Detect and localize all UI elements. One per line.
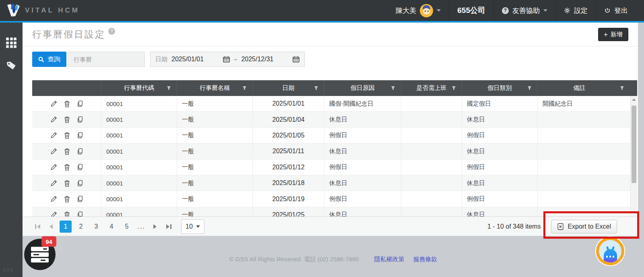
- settings-menu[interactable]: 設定: [555, 0, 596, 21]
- column-label: 假日原因: [351, 84, 375, 92]
- sidebar-item-records[interactable]: [0, 77, 23, 99]
- edit-row-button[interactable]: [50, 211, 58, 217]
- copy-icon: [76, 163, 84, 171]
- delete-row-button[interactable]: [64, 195, 70, 203]
- date-to-value[interactable]: 2025/12/31: [241, 56, 273, 63]
- delete-row-button[interactable]: [64, 100, 70, 108]
- delete-row-button[interactable]: [64, 116, 70, 123]
- stacked-list-icon: [31, 247, 49, 251]
- edit-row-button[interactable]: [50, 100, 58, 108]
- terms-of-service-link[interactable]: 服務條款: [413, 256, 438, 263]
- copy-icon: [76, 179, 84, 187]
- date-from-calendar-button[interactable]: [223, 56, 230, 62]
- page-number-5[interactable]: 5: [121, 221, 133, 233]
- copy-row-button[interactable]: [76, 116, 84, 123]
- page-number-1[interactable]: 1: [60, 221, 72, 233]
- vital-hcm-logo-icon: [5, 4, 21, 17]
- brand[interactable]: VITAL HCM: [0, 4, 80, 17]
- delete-row-button[interactable]: [64, 163, 70, 171]
- gear-icon: [564, 7, 570, 14]
- cell-code: 00001: [101, 112, 177, 127]
- export-to-excel-button[interactable]: Export to Excel: [551, 220, 617, 233]
- cell-date: 2025/01/25: [253, 207, 324, 217]
- friendly-help-menu[interactable]: ? 友善協助: [493, 0, 555, 21]
- page-number-3[interactable]: 3: [90, 221, 102, 233]
- edit-row-button[interactable]: [50, 116, 58, 123]
- table-header-col-3[interactable]: 假日原因: [324, 80, 401, 96]
- copy-row-button[interactable]: [76, 211, 84, 217]
- delete-row-button[interactable]: [64, 211, 70, 217]
- table-header-col-2[interactable]: 日期: [253, 80, 324, 96]
- table-row: 00001一般2025/01/12例假日例假日: [32, 160, 637, 175]
- copy-row-button[interactable]: [76, 163, 84, 171]
- add-button[interactable]: + 新增: [598, 28, 628, 41]
- scrollbar-up-arrow-icon[interactable]: [631, 96, 637, 103]
- cell-date: 2025/01/12: [253, 160, 324, 175]
- cell-reason: 例假日: [324, 128, 401, 143]
- user-menu[interactable]: 陳大美: [388, 0, 449, 21]
- date-to-calendar-button[interactable]: [293, 56, 299, 62]
- delete-row-button[interactable]: [64, 131, 70, 139]
- logout-menu[interactable]: 登出: [596, 0, 636, 21]
- edit-row-button[interactable]: [50, 195, 58, 203]
- filter-funnel-icon[interactable]: [167, 86, 171, 90]
- prev-page-button[interactable]: [46, 221, 56, 232]
- page-size-value: 10: [186, 223, 193, 230]
- table-header-col-1[interactable]: 行事曆名稱: [177, 80, 253, 96]
- copy-row-button[interactable]: [76, 148, 84, 155]
- filter-funnel-icon[interactable]: [314, 86, 318, 90]
- filter-funnel-icon[interactable]: [620, 86, 624, 90]
- last-page-button[interactable]: [163, 221, 174, 232]
- privacy-policy-link[interactable]: 隱私權政策: [374, 256, 405, 263]
- copy-row-button[interactable]: [76, 131, 84, 139]
- copy-row-button[interactable]: [76, 195, 84, 203]
- filter-funnel-icon[interactable]: [452, 86, 456, 90]
- delete-row-button[interactable]: [64, 179, 70, 187]
- left-sidebar: GSS: [0, 23, 23, 277]
- filter-funnel-icon[interactable]: [527, 86, 532, 90]
- edit-row-button[interactable]: [50, 131, 58, 139]
- page-help-icon[interactable]: ?: [108, 28, 115, 35]
- add-button-label: 新增: [611, 31, 623, 38]
- row-actions-cell: [32, 207, 101, 217]
- copy-icon: [76, 148, 84, 155]
- page-number-2[interactable]: 2: [75, 221, 87, 233]
- row-actions-cell: [32, 112, 101, 127]
- scrollbar-thumb[interactable]: [632, 106, 636, 183]
- table-header-col-6[interactable]: 備註: [538, 80, 637, 96]
- company-menu[interactable]: 655公司: [449, 0, 493, 21]
- page-size-select[interactable]: 10: [181, 219, 204, 234]
- search-button[interactable]: 查詢: [32, 52, 66, 67]
- company-name: 655公司: [457, 5, 485, 16]
- filter-funnel-icon[interactable]: [391, 86, 395, 90]
- trash-icon: [64, 211, 70, 217]
- table-header-col-0[interactable]: 行事曆代碼: [101, 80, 177, 96]
- topbar-menu: 陳大美 655公司 ? 友善協助 設定 登出: [388, 0, 644, 21]
- cell-date: 2025/01/19: [253, 191, 324, 206]
- delete-row-button[interactable]: [64, 148, 70, 155]
- table-header-col-5[interactable]: 假日類別: [462, 80, 538, 96]
- table-scrollbar[interactable]: [630, 96, 637, 217]
- first-page-button[interactable]: [32, 221, 43, 232]
- edit-row-button[interactable]: [50, 148, 58, 155]
- sidebar-item-apps[interactable]: [0, 31, 23, 54]
- chatbot-fab[interactable]: [595, 236, 625, 266]
- friendly-help-label: 友善協助: [512, 6, 540, 15]
- calendar-keyword-input[interactable]: [68, 52, 145, 67]
- next-page-button[interactable]: [150, 221, 160, 232]
- excel-file-icon: [557, 223, 564, 230]
- table-header-col-4[interactable]: 是否需上班: [401, 80, 462, 96]
- cell-need_work: [401, 207, 462, 217]
- filter-funnel-icon[interactable]: [242, 86, 247, 90]
- edit-row-button[interactable]: [50, 163, 58, 171]
- copy-row-button[interactable]: [76, 179, 84, 187]
- table-row: 00001一般2025/01/18休息日休息日: [32, 175, 637, 191]
- calendar-icon: [293, 56, 299, 62]
- date-from-value[interactable]: 2025/01/01: [171, 56, 204, 63]
- copy-row-button[interactable]: [76, 100, 84, 108]
- page-number-4[interactable]: 4: [105, 221, 118, 233]
- sidebar-item-tags[interactable]: [0, 54, 23, 77]
- pencil-icon: [50, 116, 58, 123]
- edit-row-button[interactable]: [50, 179, 58, 187]
- cell-note: [538, 144, 637, 159]
